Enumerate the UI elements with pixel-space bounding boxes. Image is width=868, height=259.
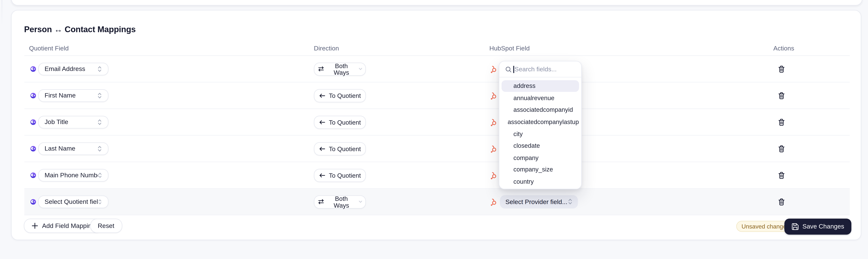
dropdown-options-list: addressannualrevenueassociatedcompanyida…	[499, 77, 581, 189]
quotient-logo-icon	[30, 119, 36, 125]
save-icon	[792, 223, 799, 230]
quotient-field-value: Email Address	[44, 65, 85, 72]
chevron-down-icon	[359, 200, 362, 203]
direction-select[interactable]: To Quotient	[314, 142, 366, 155]
dropdown-option[interactable]: annualrevenue	[502, 92, 579, 104]
provider-field-value: Select Provider field...	[505, 198, 567, 205]
dropdown-option[interactable]: company_size	[502, 164, 579, 175]
trash-icon	[778, 65, 785, 72]
chevron-down-icon	[359, 68, 362, 70]
dropdown-option[interactable]: closedate	[502, 140, 579, 152]
delete-mapping-button[interactable]	[775, 89, 789, 102]
dropdown-option[interactable]: associatedcompanyid	[502, 104, 579, 116]
reset-button[interactable]: Reset	[90, 219, 122, 233]
quotient-logo-icon	[30, 146, 36, 152]
quotient-field-select[interactable]: Job Title	[38, 116, 108, 129]
mapping-row: Last NameTo Quotient	[24, 135, 849, 162]
scaled-stage: Person ↔ Contact Mappings Quotient Field…	[0, 0, 868, 259]
direction-select[interactable]: To Quotient	[314, 168, 366, 182]
trash-icon	[778, 198, 785, 205]
direction-select[interactable]: To Quotient	[314, 116, 366, 129]
direction-value: To Quotient	[329, 92, 361, 99]
quotient-logo-icon	[30, 199, 36, 204]
reset-label: Reset	[98, 222, 114, 229]
add-field-mapping-label: Add Field Mapping	[42, 222, 95, 229]
table-header: Quotient Field Direction HubSpot Field A…	[24, 42, 849, 56]
hubspot-logo-icon	[489, 198, 497, 205]
quotient-logo-icon	[30, 172, 36, 178]
quotient-field-value: Last Name	[44, 145, 75, 152]
trash-icon	[778, 119, 785, 126]
to-quotient-arrow-icon	[319, 172, 326, 178]
both-ways-icon	[318, 199, 324, 204]
search-icon	[505, 66, 511, 72]
dropdown-option[interactable]: associatedcompanylastupdated	[502, 116, 579, 128]
quotient-logo-icon	[30, 66, 36, 72]
hubspot-logo-icon	[489, 92, 497, 99]
hubspot-logo-icon	[489, 118, 497, 126]
both-ways-icon	[318, 66, 324, 72]
direction-select[interactable]: Both Ways	[314, 195, 366, 208]
direction-select[interactable]: To Quotient	[314, 89, 366, 102]
trash-icon	[778, 145, 785, 152]
page-edge-divider	[1, 0, 2, 25]
previous-card-remnant	[11, 0, 862, 5]
trash-icon	[778, 92, 785, 99]
delete-mapping-button[interactable]	[775, 142, 789, 156]
column-header-hubspot-field: HubSpot Field	[489, 42, 530, 54]
hubspot-logo-icon	[489, 145, 497, 153]
chevron-up-down-icon	[97, 145, 102, 152]
dropdown-option[interactable]: company	[502, 152, 579, 164]
mapping-row: Main Phone NumberTo Quotient	[24, 162, 849, 189]
mappings-table-body: Email AddressBoth WaysFirst NameTo Quoti…	[24, 56, 849, 215]
dropdown-option[interactable]: address	[502, 80, 579, 92]
mapping-row: Job TitleTo Quotient	[24, 109, 849, 135]
hubspot-field-dropdown: addressannualrevenueassociatedcompanyida…	[499, 61, 582, 189]
delete-mapping-button[interactable]	[775, 168, 789, 182]
quotient-logo-icon	[30, 93, 36, 98]
chevron-up-down-icon	[98, 198, 102, 205]
column-header-direction: Direction	[314, 42, 339, 54]
text-cursor	[514, 65, 514, 73]
direction-value: Both Ways	[328, 195, 355, 208]
delete-mapping-button[interactable]	[775, 195, 789, 209]
dropdown-option[interactable]: country	[502, 175, 579, 188]
mapping-row: Select Quotient field...Both WaysSelect …	[24, 189, 849, 215]
chevron-up-down-icon	[98, 171, 102, 179]
quotient-field-select[interactable]: Last Name	[38, 142, 108, 155]
hubspot-logo-icon	[489, 65, 497, 73]
quotient-field-value: First Name	[44, 92, 76, 99]
chevron-up-down-icon	[97, 65, 102, 72]
mapping-row: Email AddressBoth Ways	[24, 56, 849, 83]
quotient-field-select[interactable]: Email Address	[38, 62, 108, 75]
unsaved-changes-label: Unsaved changes	[741, 223, 789, 229]
quotient-field-select[interactable]: First Name	[38, 89, 108, 102]
field-search-input[interactable]	[515, 66, 573, 72]
save-changes-label: Save Changes	[803, 223, 844, 230]
hubspot-logo-icon	[489, 171, 497, 179]
chevron-up-down-icon	[568, 198, 572, 205]
trash-icon	[778, 171, 785, 179]
column-header-quotient-field: Quotient Field	[29, 42, 69, 54]
column-header-actions: Actions	[773, 42, 794, 54]
mapping-row: First NameTo Quotient	[24, 83, 849, 109]
chevron-up-down-icon	[97, 92, 102, 99]
quotient-field-select[interactable]: Main Phone Number	[38, 169, 108, 182]
field-mappings-card: Person ↔ Contact Mappings Quotient Field…	[11, 10, 861, 240]
to-quotient-arrow-icon	[319, 146, 326, 151]
provider-field-select[interactable]: Select Provider field...	[500, 195, 578, 208]
delete-mapping-button[interactable]	[775, 62, 789, 76]
dropdown-option[interactable]: city	[502, 128, 579, 140]
quotient-field-value: Select Quotient field...	[44, 198, 98, 205]
delete-mapping-button[interactable]	[775, 115, 789, 129]
to-quotient-arrow-icon	[319, 119, 326, 125]
chevron-up-down-icon	[97, 119, 102, 126]
quotient-field-select[interactable]: Select Quotient field...	[38, 195, 108, 208]
direction-select[interactable]: Both Ways	[314, 62, 366, 76]
direction-value: To Quotient	[329, 145, 361, 152]
direction-value: Both Ways	[328, 62, 355, 76]
to-quotient-arrow-icon	[319, 93, 326, 98]
page-title: Person ↔ Contact Mappings	[24, 24, 136, 34]
dropdown-search-row	[499, 61, 581, 77]
save-changes-button[interactable]: Save Changes	[784, 218, 851, 234]
